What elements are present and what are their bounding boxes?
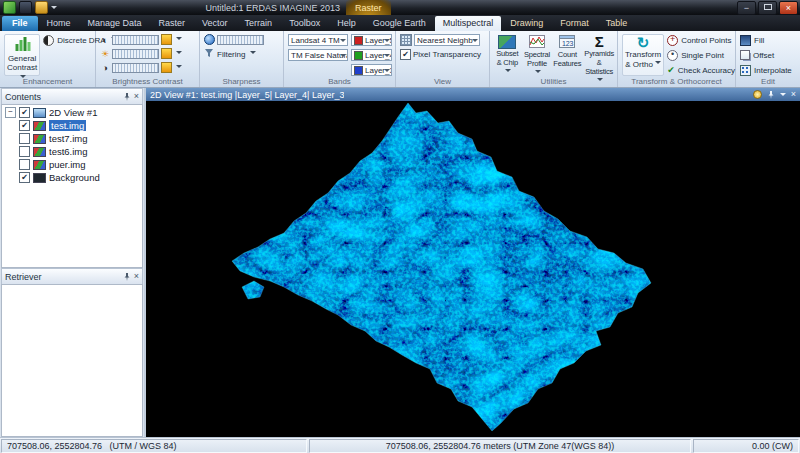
sensor-select[interactable]: Landsat 4 TM <box>288 34 348 46</box>
chevron-down-icon[interactable] <box>780 93 786 99</box>
quick-access-chevron-icon[interactable] <box>51 6 57 12</box>
collapse-icon[interactable] <box>5 107 16 118</box>
sharpness-icon <box>204 34 215 45</box>
interpolate-button[interactable]: Interpolate <box>740 64 792 76</box>
tab-help[interactable]: Help <box>329 16 364 31</box>
filtering-button[interactable]: Filtering <box>204 48 264 60</box>
dropdown-arrow-icon <box>176 65 182 71</box>
group-label: Transform & Orthocorrect <box>618 77 735 86</box>
blue-band-swatch <box>354 66 363 75</box>
close-button[interactable]: × <box>779 1 798 15</box>
red-layer-select[interactable]: Layer_5 <box>351 34 392 46</box>
offset-button[interactable]: Offset <box>740 49 792 61</box>
contrast-icon: ◐ <box>100 35 110 45</box>
group-label: View <box>396 77 489 86</box>
contents-panel-header[interactable]: Contents × <box>1 88 143 104</box>
contrast-options-button[interactable] <box>161 34 172 45</box>
minimize-button[interactable]: − <box>737 1 756 15</box>
check-accuracy-button[interactable]: ✔ Check Accuracy <box>667 64 735 76</box>
subset-chip-icon <box>498 35 516 49</box>
tab-file[interactable]: File <box>2 16 38 31</box>
tab-manage-data[interactable]: Manage Data <box>80 16 150 31</box>
sharpness-slider-row <box>204 34 264 45</box>
close-icon[interactable]: × <box>134 272 139 281</box>
resample-icon <box>400 34 412 46</box>
tab-google-earth[interactable]: Google Earth <box>365 16 434 31</box>
control-points-button[interactable]: Control Points <box>667 34 735 46</box>
app-icon[interactable] <box>3 1 16 14</box>
title-bar: Untitled:1 ERDAS IMAGINE 2013 Raster − × <box>0 0 800 15</box>
green-layer-select[interactable]: Layer_4 <box>351 49 392 61</box>
tree-item-2d-view[interactable]: 2D View #1 <box>2 106 142 119</box>
group-label: Enhancement <box>0 77 95 86</box>
tab-vector[interactable]: Vector <box>194 16 236 31</box>
brightness-icon: ☀ <box>100 49 110 59</box>
session-menu-icon[interactable] <box>19 1 32 14</box>
fill-button[interactable]: Fill <box>740 34 792 46</box>
pin-icon[interactable] <box>767 91 775 99</box>
erdas-imagine-window: Untitled:1 ERDAS IMAGINE 2013 Raster − ×… <box>0 0 800 453</box>
single-point-button[interactable]: Single Point <box>667 49 735 61</box>
subset-chip-button[interactable]: Subset & Chip <box>494 34 521 76</box>
shift-icon: ◑ <box>100 63 110 73</box>
resample-method-select[interactable]: Nearest Neighb <box>414 34 480 46</box>
visibility-checkbox[interactable] <box>19 133 30 144</box>
ribbon-group-utilities: Subset & Chip Spectral Profile 123 Count… <box>490 31 618 87</box>
dropdown-arrow-icon <box>250 51 256 57</box>
tree-item-test6-img[interactable]: test6.img <box>2 145 142 158</box>
raster-layer-icon <box>33 121 46 131</box>
spectral-profile-button[interactable]: Spectral Profile <box>524 34 551 76</box>
transform-icon: ↻ <box>637 36 650 50</box>
band-combination-select[interactable]: TM False Natura <box>288 49 348 61</box>
pixel-transparency-checkbox[interactable] <box>400 49 411 60</box>
tab-multispectral[interactable]: Multispectral <box>435 16 502 31</box>
brightness-slider[interactable] <box>112 49 159 59</box>
visibility-checkbox[interactable] <box>19 172 30 183</box>
contrast-slider[interactable] <box>112 35 159 45</box>
tab-table[interactable]: Table <box>598 16 636 31</box>
viewer-titlebar[interactable]: 2D View #1: test.img |Layer_5| Layer_4| … <box>146 88 800 101</box>
dra-icon <box>43 35 54 46</box>
pin-icon[interactable] <box>123 93 131 101</box>
retriever-panel-header[interactable]: Retriever × <box>1 268 143 284</box>
viewer-close-icon[interactable]: × <box>791 90 796 99</box>
brightness-options-button[interactable] <box>161 48 172 59</box>
interpolate-icon <box>740 65 751 76</box>
blue-layer-select[interactable]: Layer_3 <box>351 64 392 76</box>
tab-toolbox[interactable]: Toolbox <box>281 16 328 31</box>
map-canvas[interactable] <box>146 101 800 437</box>
shift-options-button[interactable] <box>161 62 172 73</box>
rotation-angle: 0.00 (CW) <box>693 439 799 453</box>
ribbon-group-transform-orthocorrect: ↻ Transform & Ortho Control Points Singl… <box>618 31 736 87</box>
pin-icon[interactable] <box>123 273 131 281</box>
tree-item-puer-img[interactable]: puer.img <box>2 158 142 171</box>
visibility-checkbox[interactable] <box>19 146 30 157</box>
contrast-slider-row: ◐ <box>100 34 182 45</box>
tab-format[interactable]: Format <box>552 16 597 31</box>
shift-slider[interactable] <box>112 63 159 73</box>
transform-ortho-button[interactable]: ↻ Transform & Ortho <box>622 34 664 76</box>
visibility-checkbox[interactable] <box>19 107 30 118</box>
visibility-checkbox[interactable] <box>19 159 30 170</box>
tab-home[interactable]: Home <box>39 16 79 31</box>
visibility-checkbox[interactable] <box>19 120 30 131</box>
tab-drawing[interactable]: Drawing <box>502 16 551 31</box>
background-icon <box>33 173 46 183</box>
tree-item-background[interactable]: Background <box>2 171 142 184</box>
count-features-button[interactable]: 123 Count Features <box>553 34 581 76</box>
svg-text:123: 123 <box>562 40 573 47</box>
open-file-icon[interactable] <box>35 1 48 14</box>
tab-raster[interactable]: Raster <box>151 16 194 31</box>
maximize-button[interactable] <box>758 1 777 15</box>
pyramids-statistics-button[interactable]: Σ Pyramids & Statistics <box>584 34 614 76</box>
tree-item-test-img[interactable]: test.img <box>2 119 142 132</box>
tab-terrain[interactable]: Terrain <box>237 16 281 31</box>
retriever-panel-title: Retriever <box>5 272 42 282</box>
general-contrast-button[interactable]: General Contrast <box>4 34 40 76</box>
group-label: Brightness Contrast <box>96 77 199 86</box>
sharpness-slider[interactable] <box>217 35 264 45</box>
tree-item-test7-img[interactable]: test7.img <box>2 132 142 145</box>
dropdown-arrow-icon <box>505 69 511 75</box>
group-label: Edit <box>736 77 800 86</box>
close-icon[interactable]: × <box>134 92 139 101</box>
